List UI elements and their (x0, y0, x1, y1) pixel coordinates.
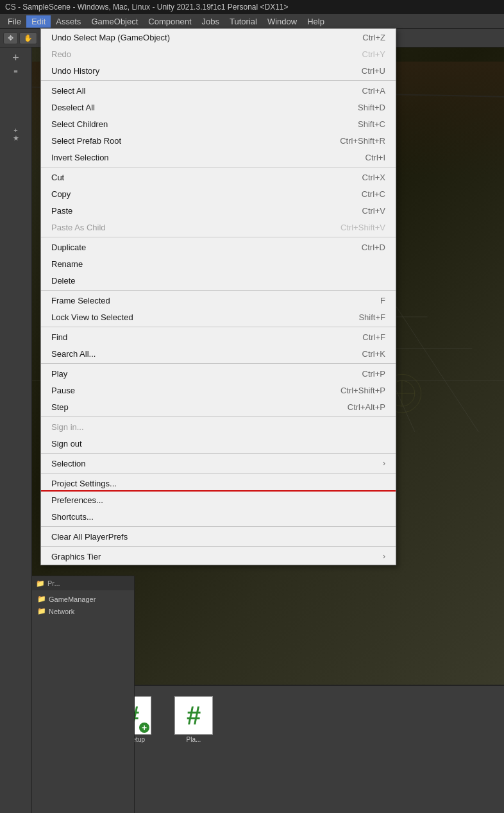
select-prefab-root-shortcut: Ctrl+Shift+R (340, 136, 385, 146)
menu-copy[interactable]: Copy Ctrl+C (41, 185, 396, 202)
search-all-shortcut: Ctrl+K (362, 349, 385, 359)
graphics-tier-arrow: › (383, 552, 385, 561)
menu-file[interactable]: File (3, 15, 26, 28)
search-all-label: Search All... (51, 349, 96, 359)
menu-assets[interactable]: Assets (51, 15, 86, 28)
paste-as-child-label: Paste As Child (51, 223, 106, 232)
menu-play[interactable]: Play Ctrl+P (41, 365, 396, 382)
plus-badge-2: + (139, 723, 149, 733)
frame-selected-shortcut: F (380, 296, 385, 305)
title-text: CS - SampleScene - Windows, Mac, Linux -… (5, 3, 289, 12)
paste-label: Paste (51, 206, 72, 216)
menu-window[interactable]: Window (262, 15, 302, 28)
menu-project-settings[interactable]: Project Settings... (41, 475, 396, 492)
project-settings-label: Project Settings... (51, 479, 117, 488)
rename-label: Rename (51, 259, 83, 269)
menu-help[interactable]: Help (302, 15, 330, 28)
separator-10 (41, 526, 396, 527)
menu-sign-in[interactable]: Sign in... (41, 418, 396, 435)
sign-in-label: Sign in... (51, 422, 84, 432)
project-item-network[interactable]: 📁 Network (32, 605, 134, 617)
clear-playerprefs-label: Clear All PlayerPrefs (51, 532, 128, 542)
menu-paste[interactable]: Paste Ctrl+V (41, 202, 396, 219)
menu-duplicate[interactable]: Duplicate Ctrl+D (41, 239, 396, 255)
deselect-all-shortcut: Shift+D (358, 103, 385, 112)
menu-sign-out[interactable]: Sign out (41, 435, 396, 452)
shortcuts-label: Shortcuts... (51, 512, 94, 522)
copy-shortcut: Ctrl+C (362, 189, 385, 199)
select-all-label: Select All (51, 86, 85, 96)
menu-jobs[interactable]: Jobs (197, 15, 224, 28)
title-bar: CS - SampleScene - Windows, Mac, Linux -… (0, 0, 504, 14)
menu-invert-selection[interactable]: Invert Selection Ctrl+I (41, 149, 396, 166)
sidebar-star[interactable]: ★ (3, 134, 29, 142)
menu-select-prefab-root[interactable]: Select Prefab Root Ctrl+Shift+R (41, 132, 396, 149)
paste-shortcut: Ctrl+V (362, 206, 385, 216)
menu-redo[interactable]: Redo Ctrl+Y (41, 46, 396, 62)
project-item-gamemanager[interactable]: 📁 GameManager (32, 593, 134, 605)
toolbar-move[interactable]: ✥ (3, 32, 18, 44)
menu-lock-view[interactable]: Lock View to Selected Shift+F (41, 309, 396, 325)
menu-undo-select-map[interactable]: Undo Select Map (GameObject) Ctrl+Z (41, 29, 396, 46)
sidebar-add2-btn[interactable]: + (3, 126, 29, 134)
menu-graphics-tier[interactable]: Graphics Tier › (41, 548, 396, 565)
sidebar-filter[interactable]: ≡ (3, 67, 29, 75)
project-panel-header: 📁 Pr... (32, 576, 134, 590)
menu-bar: File Edit Assets GameObject Component Jo… (0, 14, 504, 28)
menu-gameobject[interactable]: GameObject (86, 15, 143, 28)
separator-5 (41, 327, 396, 327)
cut-shortcut: Ctrl+X (362, 173, 385, 182)
select-all-shortcut: Ctrl+A (362, 86, 385, 96)
project-panel: 📁 Pr... 📁 GameManager 📁 Network (32, 576, 135, 813)
asset-label-3: Pla... (187, 736, 201, 743)
menu-preferences[interactable]: Preferences... (41, 492, 396, 508)
invert-selection-label: Invert Selection (51, 153, 109, 162)
edit-dropdown-menu: Undo Select Map (GameObject) Ctrl+Z Redo… (40, 28, 396, 565)
select-children-shortcut: Shift+C (358, 119, 385, 129)
play-label: Play (51, 369, 67, 379)
separator-2 (41, 167, 396, 167)
undo-history-shortcut: Ctrl+U (362, 66, 385, 76)
project-tree: 📁 GameManager 📁 Network (32, 590, 134, 620)
selection-label: Selection (51, 459, 85, 468)
menu-shortcuts[interactable]: Shortcuts... (41, 508, 396, 525)
menu-paste-as-child[interactable]: Paste As Child Ctrl+Shift+V (41, 219, 396, 235)
menu-selection[interactable]: Selection › (41, 455, 396, 472)
left-sidebar: + ≡ + ★ (0, 47, 32, 813)
find-label: Find (51, 332, 67, 342)
pause-label: Pause (51, 386, 75, 395)
menu-select-children[interactable]: Select Children Shift+C (41, 116, 396, 132)
menu-component[interactable]: Component (143, 15, 196, 28)
menu-search-all[interactable]: Search All... Ctrl+K (41, 345, 396, 362)
sidebar-add-btn[interactable]: + (3, 51, 29, 65)
menu-clear-playerprefs[interactable]: Clear All PlayerPrefs (41, 528, 396, 545)
project-label: Pr... (47, 579, 60, 587)
asset-player[interactable]: # Pla... (168, 696, 219, 743)
separator-9 (41, 473, 396, 474)
menu-find[interactable]: Find Ctrl+F (41, 329, 396, 345)
pause-shortcut: Ctrl+Shift+P (340, 386, 385, 395)
separator-11 (41, 546, 396, 547)
cut-label: Cut (51, 173, 64, 182)
separator-8 (41, 453, 396, 454)
menu-tutorial[interactable]: Tutorial (224, 15, 262, 28)
separator-6 (41, 363, 396, 364)
menu-cut[interactable]: Cut Ctrl+X (41, 169, 396, 185)
hash-icon-3: # (187, 701, 201, 730)
preferences-label: Preferences... (51, 495, 103, 505)
menu-undo-history[interactable]: Undo History Ctrl+U (41, 62, 396, 79)
invert-selection-shortcut: Ctrl+I (365, 153, 385, 162)
toolbar-hand[interactable]: ✋ (19, 32, 37, 44)
sign-out-label: Sign out (51, 439, 82, 449)
menu-step[interactable]: Step Ctrl+Alt+P (41, 398, 396, 415)
menu-select-all[interactable]: Select All Ctrl+A (41, 82, 396, 99)
menu-delete[interactable]: Delete (41, 272, 396, 289)
separator-7 (41, 416, 396, 417)
menu-frame-selected[interactable]: Frame Selected F (41, 292, 396, 309)
project-item-label-net: Network (49, 608, 74, 615)
menu-pause[interactable]: Pause Ctrl+Shift+P (41, 382, 396, 398)
menu-edit[interactable]: Edit (26, 15, 51, 28)
menu-deselect-all[interactable]: Deselect All Shift+D (41, 99, 396, 116)
menu-rename[interactable]: Rename (41, 255, 396, 272)
step-shortcut: Ctrl+Alt+P (348, 402, 385, 412)
